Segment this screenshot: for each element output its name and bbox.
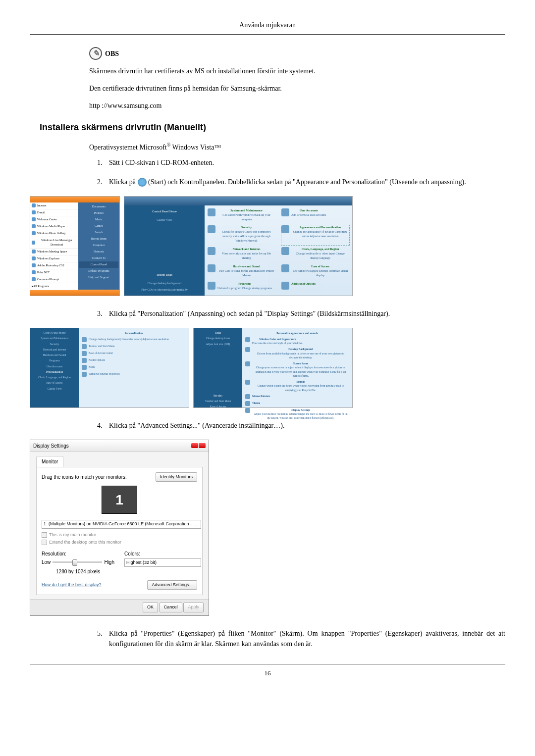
step-4: Klicka på "Advanced Settings..." (Avance… [104,420,505,431]
obs-label-text: OBS [105,49,119,59]
monitor-tab[interactable]: Monitor [36,456,63,467]
ok-button[interactable]: OK [143,603,158,612]
page-number: 16 [30,664,505,678]
resolution-value: 1280 by 1024 pixels [42,568,114,575]
figure-start-control-panel: Internet E-mail Welcome Center Windows M… [30,196,505,296]
resolution-label: Resolution: [42,550,114,557]
section-heading: Installera skärmens drivrutin (Manuellt) [40,121,505,134]
extend-desktop-checkbox [42,540,47,545]
cancel-button[interactable]: Cancel [160,603,182,612]
main-monitor-checkbox [42,532,47,538]
apply-button: Apply [183,603,204,612]
start-menu-right-col: Documents Pictures Music Games Search Re… [78,202,119,290]
window-controls[interactable] [191,443,206,448]
obs-heading: ✎ OBS [89,47,505,60]
os-line: Operativsystemet Microsoft® Windows Vist… [89,142,505,152]
figure-personalization: Control Panel Home System and Maintenanc… [30,328,505,408]
drag-label: Drag the icons to match your monitors. [42,473,127,481]
control-panel-screenshot: Control Panel Home Classic View Recent T… [124,196,353,296]
monitor-preview[interactable]: 1 [102,486,137,514]
dialog-title: Display Settings [33,442,69,450]
page-header-title: Använda mjukvaran [30,20,505,35]
step-5: Klicka på "Properties" (Egenskaper) på f… [104,628,505,649]
step-2-suffix: (Start) och Kontrollpanelen. Dubbelklick… [148,178,466,186]
step-2: Klicka på (Start) och Kontrollpanelen. D… [104,177,505,187]
monitor-select[interactable]: 1. (Multiple Monitors) on NVIDIA GeForce… [42,520,201,529]
obs-line-2: Den certifierade drivrutinen finns på he… [89,83,505,94]
personalization-panel-screenshot: Tasks Change desktop icons Adjust font s… [193,328,353,408]
colors-label: Colors: [124,550,197,557]
start-orb-icon [138,178,147,187]
obs-line-1: Skärmens drivrutin har certifierats av M… [89,66,505,76]
start-menu-screenshot: Internet E-mail Welcome Center Windows M… [30,196,120,296]
resolution-slider[interactable] [53,561,102,563]
identify-monitors-button[interactable]: Identify Monitors [156,472,197,482]
help-link[interactable]: How do I get the best display? [42,582,102,589]
obs-url: http ://www.samsung.com [89,101,505,111]
step-1: Sätt i CD-skivan i CD-ROM-enheten. [104,157,505,168]
pencil-icon: ✎ [89,47,102,60]
start-menu-left-col: Internet E-mail Welcome Center Windows M… [30,202,78,290]
step-3: Klicka på "Personalization" (Anpassning)… [104,308,505,319]
appearance-panel-screenshot: Control Panel Home System and Maintenanc… [30,328,189,408]
os-suffix: Windows Vista™ [170,144,221,151]
step-2-prefix: Klicka på [109,178,138,186]
os-prefix: Operativsystemet Microsoft [89,144,167,151]
colors-select[interactable]: Highest (32 bit) [124,558,201,567]
figure-display-settings: Display Settings Monitor Drag the icons … [30,440,505,616]
advanced-settings-button[interactable]: Advanced Settings... [147,580,197,590]
